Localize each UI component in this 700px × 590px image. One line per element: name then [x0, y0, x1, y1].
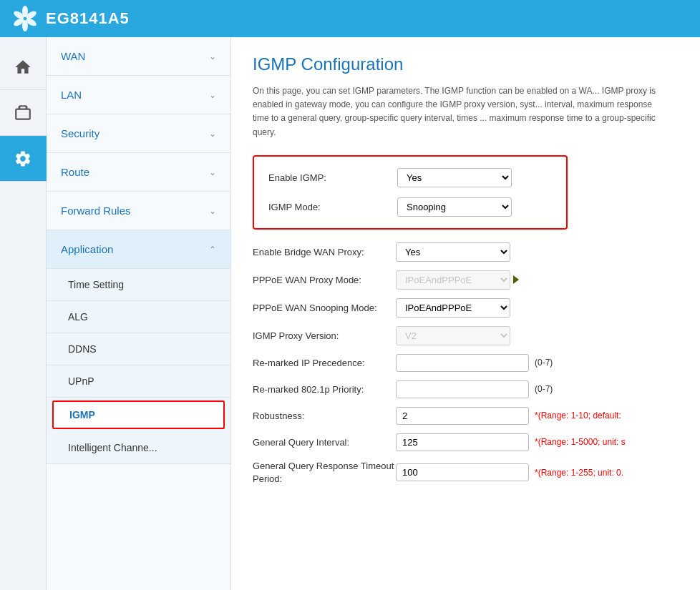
- icon-home[interactable]: [0, 44, 47, 90]
- enable-igmp-row: Enable IGMP: Yes No: [268, 168, 552, 187]
- sidebar-item-upnp-label: UPnP: [68, 375, 94, 387]
- remarked-8021p-priority-label: Re-marked 802.1p Priority:: [253, 384, 396, 395]
- sidebar-item-ddns-label: DDNS: [68, 343, 97, 355]
- sidebar-item-security-label: Security: [61, 127, 99, 139]
- header-logo: EG8141A5: [11, 5, 130, 32]
- content-area: IGMP Configuration On this page, you can…: [231, 37, 700, 590]
- robustness-row: Robustness: *(Range: 1-10; default:: [253, 407, 679, 425]
- remarked-ip-precedence-label: Re-marked IP Precedence:: [253, 358, 396, 368]
- sidebar-item-alg[interactable]: ALG: [47, 301, 230, 333]
- general-query-response-timeout-input[interactable]: [396, 463, 529, 481]
- remarked-ip-precedence-row: Re-marked IP Precedence: (0-7): [253, 354, 679, 372]
- icon-briefcase[interactable]: [0, 90, 47, 136]
- sidebar-item-igmp-label: IGMP: [69, 409, 95, 421]
- sub-nav-application: Time Setting ALG DDNS UPnP IGMP Intellig…: [47, 269, 230, 464]
- header: EG8141A5: [0, 0, 700, 37]
- chevron-down-icon: ⌄: [209, 51, 216, 62]
- general-query-response-timeout-hint: *(Range: 1-255; unit: 0.: [535, 468, 623, 478]
- chevron-down-icon: ⌄: [209, 129, 216, 139]
- igmp-proxy-version-row: IGMP Proxy Version: V2 V3: [253, 326, 679, 345]
- main-container: WAN ⌄ LAN ⌄ Security ⌄ Route ⌄ Forward R…: [0, 37, 700, 590]
- remarked-ip-precedence-hint: (0-7): [535, 358, 553, 368]
- cursor-icon: [513, 275, 519, 284]
- sidebar-item-intelligent-channel-label: Intelligent Channe...: [68, 442, 157, 453]
- enable-igmp-label: Enable IGMP:: [268, 172, 397, 183]
- pppoe-wan-proxy-mode-select[interactable]: IPoEAndPPPoE PPPoE IPoE: [396, 270, 510, 290]
- sidebar-item-wan-label: WAN: [61, 50, 85, 62]
- general-query-interval-label: General Query Interval:: [253, 437, 396, 448]
- sidebar-item-ddns[interactable]: DDNS: [47, 333, 230, 365]
- igmp-config-box: Enable IGMP: Yes No IGMP Mode: Snooping …: [253, 155, 568, 230]
- igmp-proxy-version-select[interactable]: V2 V3: [396, 326, 510, 345]
- igmp-mode-label: IGMP Mode:: [268, 202, 397, 212]
- sidebar-item-route[interactable]: Route ⌄: [47, 153, 230, 192]
- sidebar-nav: WAN ⌄ LAN ⌄ Security ⌄ Route ⌄ Forward R…: [47, 37, 231, 590]
- header-title: EG8141A5: [46, 9, 130, 28]
- sidebar-item-wan[interactable]: WAN ⌄: [47, 37, 230, 76]
- sidebar-item-lan[interactable]: LAN ⌄: [47, 76, 230, 114]
- remarked-8021p-priority-input[interactable]: [396, 380, 529, 398]
- pppoe-wan-snooping-mode-select[interactable]: IPoEAndPPPoE PPPoE IPoE: [396, 298, 510, 318]
- general-query-interval-input[interactable]: [396, 433, 529, 451]
- sidebar-item-upnp[interactable]: UPnP: [47, 365, 230, 398]
- chevron-down-icon: ⌄: [209, 206, 216, 216]
- general-query-response-timeout-label: General Query Response Timeout Period:: [253, 460, 396, 486]
- pppoe-wan-proxy-mode-row: PPPoE WAN Proxy Mode: IPoEAndPPPoE PPPoE…: [253, 270, 679, 290]
- pppoe-wan-snooping-mode-row: PPPoE WAN Snooping Mode: IPoEAndPPPoE PP…: [253, 298, 679, 318]
- form-section: Enable Bridge WAN Proxy: Yes No PPPoE WA…: [253, 242, 679, 486]
- enable-igmp-select[interactable]: Yes No: [397, 168, 512, 187]
- chevron-down-icon: ⌄: [209, 90, 216, 100]
- sidebar-item-igmp[interactable]: IGMP: [52, 400, 225, 429]
- sidebar-item-application[interactable]: Application ⌃: [47, 230, 230, 269]
- chevron-down-icon: ⌄: [209, 167, 216, 177]
- robustness-hint: *(Range: 1-10; default:: [535, 410, 621, 421]
- igmp-mode-row: IGMP Mode: Snooping Proxy Disabled: [268, 197, 552, 217]
- sidebar-item-time-setting-label: Time Setting: [68, 279, 124, 290]
- page-description: On this page, you can set IGMP parameter…: [253, 84, 668, 139]
- pppoe-wan-proxy-mode-label: PPPoE WAN Proxy Mode:: [253, 275, 396, 285]
- sidebar-item-intelligent-channel[interactable]: Intelligent Channe...: [47, 432, 230, 464]
- enable-bridge-wan-proxy-row: Enable Bridge WAN Proxy: Yes No: [253, 242, 679, 262]
- sidebar-item-security[interactable]: Security ⌄: [47, 114, 230, 153]
- sidebar-item-alg-label: ALG: [68, 311, 88, 323]
- chevron-up-icon: ⌃: [209, 245, 216, 255]
- remarked-8021p-priority-row: Re-marked 802.1p Priority: (0-7): [253, 380, 679, 398]
- sidebar-item-forward-rules[interactable]: Forward Rules ⌄: [47, 192, 230, 230]
- sidebar-item-route-label: Route: [61, 166, 89, 178]
- sidebar-item-time-setting[interactable]: Time Setting: [47, 269, 230, 301]
- sidebar-item-application-label: Application: [61, 243, 113, 255]
- page-title: IGMP Configuration: [253, 54, 679, 74]
- robustness-input[interactable]: [396, 407, 529, 425]
- robustness-label: Robustness:: [253, 410, 396, 421]
- pppoe-wan-snooping-mode-label: PPPoE WAN Snooping Mode:: [253, 303, 396, 313]
- huawei-logo-icon: [11, 5, 39, 32]
- sidebar-item-forward-rules-label: Forward Rules: [61, 205, 131, 217]
- general-query-interval-hint: *(Range: 1-5000; unit: s: [535, 437, 626, 447]
- enable-bridge-wan-proxy-select[interactable]: Yes No: [396, 242, 510, 262]
- igmp-mode-select[interactable]: Snooping Proxy Disabled: [397, 197, 512, 217]
- general-query-response-timeout-row: General Query Response Timeout Period: *…: [253, 460, 679, 486]
- enable-bridge-wan-proxy-label: Enable Bridge WAN Proxy:: [253, 247, 396, 257]
- sidebar-item-lan-label: LAN: [61, 89, 82, 101]
- icon-settings[interactable]: [0, 136, 47, 182]
- igmp-proxy-version-label: IGMP Proxy Version:: [253, 330, 396, 341]
- icon-strip: [0, 37, 47, 590]
- general-query-interval-row: General Query Interval: *(Range: 1-5000;…: [253, 433, 679, 451]
- remarked-8021p-priority-hint: (0-7): [535, 384, 553, 394]
- remarked-ip-precedence-input[interactable]: [396, 354, 529, 372]
